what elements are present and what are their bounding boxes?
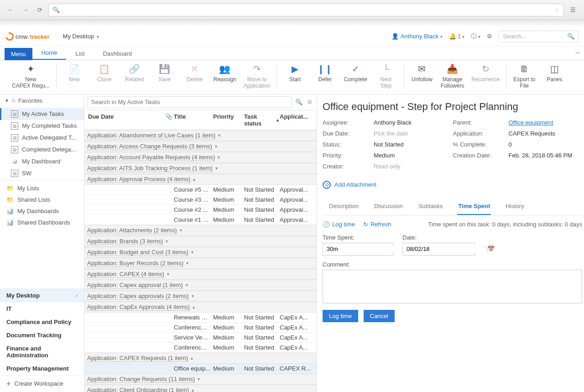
tab-home[interactable]: Home <box>32 47 67 60</box>
unfollow-button[interactable]: ✉Unfollow <box>411 63 433 83</box>
tab-discussion[interactable]: Discussion <box>373 198 404 215</box>
back-icon[interactable]: ← <box>5 4 16 16</box>
group-row[interactable]: Application: Abandonment of Live Cases (… <box>84 130 317 141</box>
add-attachment-button[interactable]: 📎 Add Attachment <box>323 181 582 189</box>
task-row[interactable]: Conference t...MediumNot StartedCapEx A.… <box>84 343 317 353</box>
create-workspace-button[interactable]: +Create Workspace <box>0 375 84 392</box>
delete-button[interactable]: ✕Delete <box>183 63 206 83</box>
sidebar-item-sw[interactable]: ▤SW <box>0 167 84 179</box>
tab-time-spent[interactable]: Time Spent <box>457 198 491 215</box>
manage-followers-button[interactable]: 📥Manage Followers <box>441 63 464 89</box>
sidebar-item-my-active-tasks[interactable]: ▤My Active Tasks <box>0 108 84 120</box>
tab-description[interactable]: Description <box>328 198 360 215</box>
sidebar-item-completed-delegated[interactable]: ▤Completed Delega... <box>0 144 84 156</box>
next-step-button[interactable]: └Next Step <box>375 63 397 89</box>
task-row[interactable]: Renewals off...MediumNot StartedCapEx A.… <box>84 313 317 323</box>
group-row[interactable]: Application: CAPEX (4 items)▾ <box>84 269 317 280</box>
value-percent-complete[interactable]: 0 <box>509 141 583 148</box>
related-button[interactable]: 🔗Related <box>123 63 146 83</box>
sidebar-item-my-dashboard[interactable]: 📊My Dashboard <box>0 156 84 167</box>
group-row[interactable]: Application: CAPEX Requests (1 item)▴ <box>84 353 317 364</box>
panes-button[interactable]: ◫Panes <box>543 63 566 83</box>
complete-button[interactable]: ✓Complete <box>344 63 367 83</box>
calendar-icon[interactable]: 📅 <box>487 246 495 252</box>
log-time-link[interactable]: 🕑Log time <box>323 221 355 228</box>
col-priority[interactable]: Priority <box>213 113 244 127</box>
workspace-finance[interactable]: Finance and Administration <box>0 342 84 362</box>
cancel-button[interactable]: Cancel <box>364 310 395 322</box>
list-search-icon[interactable]: 🔍 <box>295 99 303 105</box>
task-row[interactable]: Service Vehic...MediumNot StartedCapEx A… <box>84 333 317 343</box>
task-row[interactable]: Course #1 - ...MediumNot StartedApproval… <box>84 215 317 225</box>
defer-button[interactable]: ❙❙Defer <box>313 63 336 83</box>
value-assignee[interactable]: Anthony Black <box>374 119 448 126</box>
sidebar-section-my-dashboards[interactable]: 📊My Dashboards <box>0 205 84 217</box>
menu-button[interactable]: Menu <box>5 48 32 60</box>
group-row[interactable]: Application: Access Change Requests (3 i… <box>84 141 317 152</box>
task-row-selected[interactable]: Office equip...MediumNot StartedCAPEX R.… <box>84 364 317 374</box>
sidebar-section-shared-lists[interactable]: 📁Shared Lists <box>0 194 84 205</box>
global-search[interactable]: Search... 🔍 <box>499 31 579 42</box>
group-row[interactable]: Application: Budget and Cost (3 items)▾ <box>84 247 317 258</box>
tab-list[interactable]: List <box>66 47 94 60</box>
url-bar[interactable]: 🔍 ☆ <box>48 4 564 16</box>
recurrence-button[interactable]: ↻Recurrence <box>471 63 500 83</box>
value-due-date[interactable]: Pick the date <box>374 130 448 137</box>
collapse-ribbon-icon[interactable]: ︽ <box>575 48 580 55</box>
sidebar-section-my-lists[interactable]: 📁My Lists <box>0 183 84 194</box>
group-row[interactable]: Application: Approval Process (4 items)▴ <box>84 174 317 185</box>
comment-textarea[interactable] <box>323 270 582 303</box>
move-to-app-button[interactable]: ↷Move to Application <box>244 63 271 89</box>
col-due-date[interactable]: Due Date <box>86 113 164 127</box>
group-row[interactable]: Application: Brands (3 items)▾ <box>84 236 317 247</box>
value-parent-link[interactable]: Office equipment <box>509 119 583 126</box>
bookmark-star-icon[interactable]: ☆ <box>554 6 560 13</box>
workspace-compliance[interactable]: Compliance and Policy <box>0 315 84 329</box>
favorites-header[interactable]: ▼ ☆ Favorites <box>0 94 84 107</box>
export-button[interactable]: 🗎Export to File <box>513 63 536 89</box>
clone-button[interactable]: 📋Clone <box>93 63 116 83</box>
settings-gear-icon[interactable]: ⚙ <box>487 33 492 40</box>
group-row[interactable]: Application: Change Requests (11 items)▾ <box>84 374 317 385</box>
reload-icon[interactable]: ⟳ <box>34 4 46 16</box>
log-time-button[interactable]: Log time <box>323 310 358 322</box>
sidebar-item-active-delegated[interactable]: ▤Active Delegated T... <box>0 132 84 144</box>
start-button[interactable]: ▶Start <box>283 63 306 83</box>
col-title[interactable]: Title <box>174 113 213 127</box>
new-capex-button[interactable]: ✦New CAPEX Requ... <box>12 63 50 89</box>
group-row[interactable]: Application: Buyer Records (2 items)▾ <box>84 258 317 269</box>
group-row[interactable]: Application: Account Payable Requests (4… <box>84 152 317 163</box>
task-row[interactable]: Course #3 - ...MediumNot StartedApproval… <box>84 195 317 205</box>
notifications[interactable]: 🔔 1 <box>449 33 464 40</box>
workspace-property[interactable]: Property Management <box>0 362 84 375</box>
task-row[interactable]: Course #5 - ...MediumNot StartedApproval… <box>84 185 317 195</box>
sidebar-item-my-completed-tasks[interactable]: ▤My Completed Tasks <box>0 120 84 132</box>
group-row[interactable]: Application: AITS Job Tracking Process (… <box>84 163 317 174</box>
tab-history[interactable]: History <box>505 198 525 215</box>
list-search-input[interactable] <box>87 96 292 108</box>
task-row[interactable]: Course #2 - ...MediumNot StartedApproval… <box>84 205 317 215</box>
refresh-link[interactable]: ↻Refresh <box>363 221 391 228</box>
list-settings-icon[interactable]: ⚙ <box>306 99 314 105</box>
date-input[interactable]: 📅 <box>402 243 475 256</box>
workspace-my-desktop[interactable]: My Desktop› <box>0 289 84 302</box>
date-field[interactable] <box>403 246 487 252</box>
group-row[interactable]: Application: Capex approval (1 item)▾ <box>84 280 317 291</box>
current-user[interactable]: 👤 Anthony Black <box>391 33 443 40</box>
tab-dashboard[interactable]: Dashboard <box>94 47 141 60</box>
group-row[interactable]: Application: CapEx Approvals (4 items)▴ <box>84 302 317 313</box>
sidebar-section-shared-dashboards[interactable]: 📊Shared Dashboards <box>0 217 84 228</box>
help-icon[interactable]: ⓘ <box>471 32 480 41</box>
forward-icon[interactable]: → <box>19 4 31 16</box>
group-row[interactable]: Application: Client Onboarding (1 item)▴ <box>84 385 317 392</box>
workspace-document-tracking[interactable]: Document Tracking <box>0 329 84 342</box>
value-priority[interactable]: Medium <box>374 152 448 159</box>
group-row[interactable]: Application: Capex approvals (2 items)▾ <box>84 291 317 302</box>
task-list-body[interactable]: Application: Abandonment of Live Cases (… <box>84 130 317 392</box>
reassign-button[interactable]: 👥Reassign <box>214 63 236 83</box>
col-task-status[interactable]: Task status▲ <box>244 113 280 127</box>
task-row[interactable]: Conference T...MediumNot StartedCapEx A.… <box>84 323 317 333</box>
workspace-it[interactable]: IT <box>0 302 84 315</box>
browser-menu-icon[interactable]: ☰ <box>567 4 579 16</box>
time-spent-input[interactable]: ▾ <box>323 243 393 256</box>
